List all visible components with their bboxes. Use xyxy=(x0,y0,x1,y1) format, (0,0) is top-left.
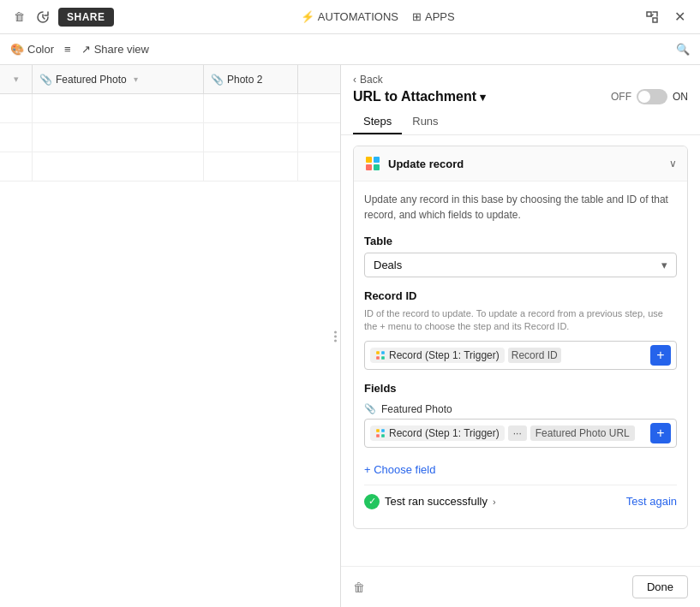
step-body: Update any record in this base by choosi… xyxy=(354,182,687,528)
panel-title[interactable]: URL to Attachment ▾ xyxy=(353,89,486,104)
back-icon: ‹ xyxy=(353,74,356,86)
search-icon: 🔍 xyxy=(676,43,690,56)
step-header-left: Update record xyxy=(364,155,464,172)
share-button[interactable]: SHARE xyxy=(58,8,114,27)
panel-title-row: URL to Attachment ▾ OFF ON xyxy=(353,89,688,104)
svg-rect-13 xyxy=(381,434,385,437)
tab-runs[interactable]: Runs xyxy=(402,110,448,134)
featured-photo-field-row: 📎 Featured Photo R xyxy=(364,403,677,448)
history-icon[interactable] xyxy=(34,9,51,26)
main-area: ▾ 📎 Featured Photo ▾ 📎 Photo 2 xyxy=(0,65,700,607)
apps-label: APPS xyxy=(425,10,455,23)
svg-rect-9 xyxy=(381,356,385,360)
toggle-on-label: ON xyxy=(673,91,688,103)
choose-field-link[interactable]: + Choose field xyxy=(364,463,435,476)
top-toolbar: 🗑 SHARE ⚡ AUTOMATIONS ⊞ APPS ✕ xyxy=(0,0,700,34)
featured-photo-trigger-pill[interactable]: Record (Step 1: Trigger) xyxy=(370,425,505,441)
toolbar-center: ⚡ AUTOMATIONS ⊞ APPS xyxy=(301,10,455,23)
step-delete-icon[interactable]: 🗑 xyxy=(353,580,365,594)
svg-rect-0 xyxy=(647,12,651,16)
featured-photo-pill-row: Record (Step 1: Trigger) ··· Featured Ph… xyxy=(364,419,677,448)
record-id-label: Record ID xyxy=(364,289,677,302)
add-featured-photo-button[interactable]: + xyxy=(650,423,671,443)
automations-icon: ⚡ xyxy=(301,10,314,23)
apps-icon: ⊞ xyxy=(412,10,422,23)
featured-photo-sep: ··· xyxy=(508,425,527,441)
automations-label: AUTOMATIONS xyxy=(318,10,398,23)
svg-rect-4 xyxy=(366,164,372,170)
color-label: Color xyxy=(27,43,54,56)
column-headers: ▾ 📎 Featured Photo ▾ 📎 Photo 2 xyxy=(0,65,340,94)
svg-rect-7 xyxy=(381,351,385,354)
tab-steps[interactable]: Steps xyxy=(353,110,402,134)
panel-title-caret: ▾ xyxy=(480,91,486,104)
table-row xyxy=(0,152,340,182)
attachment-icon: 📎 xyxy=(39,74,52,86)
svg-rect-5 xyxy=(374,164,380,170)
back-button[interactable]: ‹ Back xyxy=(353,74,688,86)
automation-toggle[interactable] xyxy=(637,89,667,104)
table-dropdown-value: Deals xyxy=(374,259,402,271)
color-tool[interactable]: 🎨 Color xyxy=(10,43,54,56)
table-row xyxy=(0,94,340,123)
toggle-off-label: OFF xyxy=(611,91,631,103)
toggle-row: OFF ON xyxy=(611,89,688,104)
list-icon: ≡ xyxy=(64,43,71,56)
record-id-sublabel: ID of the record to update. To update a … xyxy=(364,307,677,334)
trigger-pill[interactable]: Record (Step 1: Trigger) xyxy=(370,348,505,363)
table-row xyxy=(0,123,340,152)
col-header-photo2[interactable]: 📎 Photo 2 xyxy=(204,65,298,93)
back-label: Back xyxy=(360,74,383,86)
test-label: Test ran successfully xyxy=(385,495,488,508)
col-header-expand: ▾ xyxy=(0,65,33,93)
success-icon: ✓ xyxy=(364,494,380,509)
apps-link[interactable]: ⊞ APPS xyxy=(412,10,455,23)
table-dropdown-arrow: ▾ xyxy=(661,259,667,271)
col-header-featured-photo[interactable]: 📎 Featured Photo ▾ xyxy=(33,65,204,93)
toggle-thumb xyxy=(638,91,650,103)
record-id-pill-row: Record (Step 1: Trigger) Record ID + xyxy=(364,341,677,370)
step-header[interactable]: Update record ∨ xyxy=(354,146,687,182)
share-view-tool[interactable]: ↗ Share view xyxy=(81,43,149,56)
close-button[interactable]: ✕ xyxy=(669,7,690,27)
record-id-pill-sep: Record ID xyxy=(508,348,561,363)
expand-button[interactable] xyxy=(642,7,662,27)
test-section: ✓ Test ran successfully › Test again xyxy=(364,485,677,518)
svg-rect-11 xyxy=(381,429,385,432)
share-view-label: Share view xyxy=(94,43,149,56)
step-logo-icon xyxy=(364,155,381,172)
add-record-id-button[interactable]: + xyxy=(650,345,671,366)
featured-photo-field-name: Featured Photo xyxy=(381,403,452,415)
toolbar-left: 🗑 SHARE xyxy=(10,8,114,27)
panel-body: Update record ∨ Update any record in thi… xyxy=(341,135,700,566)
svg-rect-10 xyxy=(376,429,380,432)
svg-rect-2 xyxy=(366,157,372,163)
delete-icon[interactable]: 🗑 xyxy=(10,9,27,26)
fields-section-label: Fields xyxy=(364,382,677,395)
step-card: Update record ∨ Update any record in thi… xyxy=(353,146,688,529)
list-tool[interactable]: ≡ xyxy=(64,43,71,56)
panel-title-text: URL to Attachment xyxy=(353,89,476,104)
search-tool[interactable]: 🔍 xyxy=(676,43,690,56)
done-button[interactable]: Done xyxy=(632,575,688,598)
automation-panel: ‹ Back URL to Attachment ▾ OFF ON Steps xyxy=(340,65,700,607)
svg-rect-8 xyxy=(376,356,380,360)
trigger-pill-text: Record (Step 1: Trigger) xyxy=(389,349,500,361)
automations-link[interactable]: ⚡ AUTOMATIONS xyxy=(301,10,398,23)
attachment-icon-2: 📎 xyxy=(211,74,224,86)
step-title: Update record xyxy=(388,158,464,170)
share-view-icon: ↗ xyxy=(81,43,91,56)
color-icon: 🎨 xyxy=(10,43,24,56)
panel-resize-handle[interactable] xyxy=(331,327,340,345)
table-dropdown[interactable]: Deals ▾ xyxy=(364,253,677,277)
table-area: ▾ 📎 Featured Photo ▾ 📎 Photo 2 xyxy=(0,65,340,607)
test-again-button[interactable]: Test again xyxy=(626,495,677,508)
svg-rect-6 xyxy=(376,351,380,354)
svg-rect-3 xyxy=(374,157,380,163)
test-expand-icon[interactable]: › xyxy=(493,497,496,507)
step-description: Update any record in this base by choosi… xyxy=(364,192,677,223)
featured-photo-trigger-text: Record (Step 1: Trigger) xyxy=(389,427,500,439)
view-toolbar: 🎨 Color ≡ ↗ Share view 🔍 xyxy=(0,34,700,65)
test-left: ✓ Test ran successfully › xyxy=(364,494,496,509)
table-field-label: Table xyxy=(364,235,677,247)
